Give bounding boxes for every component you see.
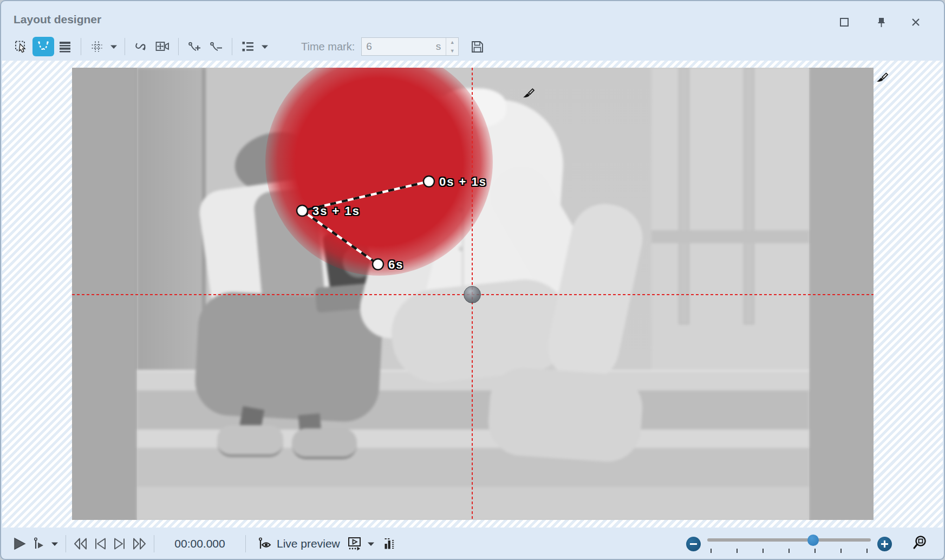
magnifier-fit-icon — [911, 535, 928, 551]
motion-path-icon — [36, 40, 50, 54]
transport-separator — [66, 535, 66, 552]
toolbar-separator — [81, 38, 81, 55]
layout-canvas[interactable]: 0s + 1s 3s + 1s 6s — [2, 61, 943, 528]
zoom-out-button[interactable] — [686, 537, 701, 551]
save-icon — [470, 40, 485, 54]
keyframe-point-3s[interactable] — [297, 205, 308, 216]
preview-options-caret[interactable] — [365, 534, 377, 554]
toolbar-separator — [178, 38, 179, 55]
keyframe-label-0s: 0s + 1s — [439, 175, 487, 189]
previous-icon — [93, 537, 107, 551]
show-levels-button[interactable] — [380, 534, 400, 554]
go-to-end-button[interactable] — [129, 534, 149, 554]
keyframe-point-6s[interactable] — [373, 259, 383, 270]
previous-point-button[interactable] — [90, 534, 110, 554]
skip-forward-icon — [131, 537, 147, 551]
pin-icon — [876, 17, 887, 28]
close-button[interactable] — [907, 14, 925, 30]
layout-designer-window: Layout designer — [0, 0, 945, 560]
preview-window-button[interactable] — [346, 534, 365, 554]
remove-point-tool-button[interactable] — [205, 37, 227, 56]
zoom-slider-thumb[interactable] — [807, 535, 819, 546]
remove-point-icon — [208, 40, 224, 54]
next-icon — [113, 537, 127, 551]
add-point-tool-button[interactable] — [184, 37, 205, 56]
objects-list-icon — [241, 40, 255, 54]
time-mark-spinner: ▲ ▼ — [446, 38, 458, 55]
time-mark-unit: s — [427, 41, 441, 53]
preview-window-icon — [348, 537, 362, 551]
time-mark-input[interactable] — [362, 40, 427, 53]
skip-back-icon — [73, 537, 89, 551]
main-toolbar: Time mark: s ▲ ▼ — [1, 32, 944, 61]
chevron-down-icon — [51, 542, 58, 546]
brush-cursor-icon — [522, 87, 536, 101]
minus-icon — [690, 543, 697, 545]
timecode-display: 00:00.000 — [159, 537, 240, 550]
select-tool-button[interactable] — [11, 37, 32, 56]
add-point-icon — [187, 40, 202, 54]
pan-view-icon — [155, 40, 170, 54]
spinner-up-button[interactable]: ▲ — [446, 38, 458, 47]
chevron-down-icon — [261, 44, 269, 49]
zoom-slider-ticks — [711, 549, 868, 553]
motion-path-tool-button[interactable] — [32, 37, 54, 56]
pan-view-tool-button[interactable] — [152, 37, 173, 56]
play-from-time-mark-button[interactable] — [29, 534, 49, 554]
chevron-down-icon — [367, 542, 375, 546]
next-point-button[interactable] — [110, 534, 129, 554]
maximize-icon — [839, 17, 850, 28]
animation-path — [72, 68, 874, 520]
canvas-zoom-controls — [686, 528, 928, 560]
zoom-in-button[interactable] — [877, 537, 892, 551]
zoom-fit-button[interactable] — [911, 535, 928, 553]
grid-tool-button[interactable] — [86, 37, 108, 56]
grid-icon — [90, 40, 104, 54]
live-preview-label: Live preview — [277, 537, 340, 550]
objects-list-dropdown-caret[interactable] — [259, 37, 271, 56]
save-time-mark-button[interactable] — [466, 37, 488, 56]
play-options-caret[interactable] — [49, 534, 61, 554]
smooth-curve-icon — [134, 40, 148, 54]
play-icon — [12, 537, 27, 551]
play-button[interactable] — [10, 534, 29, 554]
zoom-slider-track[interactable] — [707, 538, 871, 542]
go-to-start-button[interactable] — [71, 534, 90, 554]
brush-handle-icon — [875, 71, 889, 86]
toolbar-separator — [125, 38, 125, 55]
pin-eye-icon — [257, 537, 272, 551]
close-icon — [910, 17, 921, 28]
chevron-down-icon — [110, 44, 118, 49]
live-preview-toggle[interactable]: Live preview — [257, 537, 340, 551]
transport-separator — [154, 535, 154, 552]
smooth-curve-tool-button[interactable] — [130, 37, 152, 56]
time-mark-label: Time mark: — [301, 41, 355, 53]
maximize-button[interactable] — [835, 14, 853, 30]
titlebar[interactable]: Layout designer — [1, 1, 944, 32]
keyframe-point-0s[interactable] — [423, 176, 434, 187]
play-from-mark-icon — [32, 537, 46, 551]
align-lines-icon — [58, 40, 72, 54]
toolbar-separator — [232, 38, 232, 55]
select-tool-icon — [15, 40, 29, 54]
keyframe-label-6s: 6s — [388, 258, 403, 272]
transport-separator — [245, 535, 246, 552]
window-title: Layout designer — [14, 13, 101, 26]
pin-button[interactable] — [872, 14, 890, 30]
time-mark-box: s ▲ ▼ — [361, 37, 459, 56]
levels-icon — [383, 537, 396, 551]
objects-list-tool-button[interactable] — [237, 37, 259, 56]
transport-bar: 00:00.000 Live preview — [1, 528, 944, 560]
keyframe-label-3s: 3s + 1s — [312, 204, 360, 218]
spinner-down-button[interactable]: ▼ — [446, 47, 458, 55]
canvas-zoom-slider — [707, 535, 871, 553]
align-lines-tool-button[interactable] — [54, 37, 76, 56]
grid-dropdown-caret[interactable] — [108, 37, 120, 56]
slide-photo[interactable]: 0s + 1s 3s + 1s 6s — [72, 68, 874, 520]
